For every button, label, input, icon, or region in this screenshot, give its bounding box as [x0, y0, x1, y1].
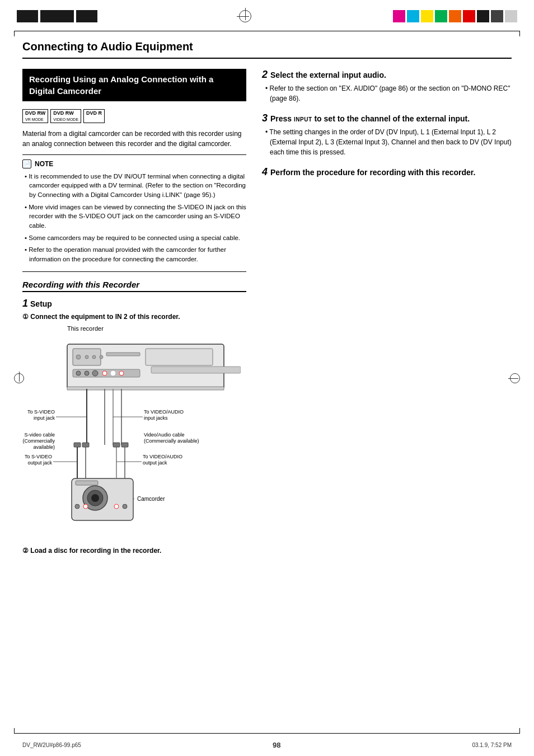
- section-heading: Recording Using an Analog Connection wit…: [22, 69, 246, 101]
- color-bar-black: [477, 10, 489, 22]
- svg-point-13: [102, 371, 107, 375]
- svg-text:(Commercially available): (Commercially available): [144, 438, 199, 444]
- color-bar-darkgray: [491, 10, 503, 22]
- main-content: Connecting to Audio Equipment Recording …: [22, 40, 512, 728]
- note-item-1: It is recommended to use the DV IN/OUT t…: [22, 172, 246, 200]
- intro-text: Material from a digital camcorder can be…: [22, 129, 246, 149]
- corner-bl: [14, 728, 20, 734]
- footer-filename: DV_RW2U#p86-99.p65: [22, 742, 81, 748]
- color-bar-yellow: [421, 10, 433, 22]
- crosshair-circle-icon: [239, 10, 251, 22]
- svg-text:output jack: output jack: [27, 460, 52, 466]
- svg-rect-48: [121, 443, 128, 447]
- svg-point-12: [92, 370, 98, 376]
- right-column: 2 Select the external input audio. Refer…: [262, 69, 512, 558]
- step3-bullet-1: The setting changes in the order of DV (…: [262, 127, 512, 157]
- svg-point-10: [76, 371, 81, 375]
- diagram-label-recorder: This recorder: [67, 325, 246, 332]
- connection-diagram: To S-VIDEO input jack To VIDEO/AUDIO inp…: [22, 333, 241, 540]
- svg-point-15: [119, 371, 124, 375]
- svg-text:Video/Audio cable: Video/Audio cable: [144, 432, 184, 438]
- corner-br: [514, 728, 520, 734]
- note-box: 📄 NOTE It is recommended to use the DV I…: [22, 154, 246, 272]
- step2-bullet-1: Refer to the section on "EX. AUDIO" (pag…: [262, 83, 512, 104]
- svg-text:To VIDEO/AUDIO: To VIDEO/AUDIO: [144, 409, 184, 415]
- svg-text:available): available): [33, 444, 55, 450]
- note-icon: 📄: [22, 159, 31, 168]
- svg-text:S-video cable: S-video cable: [24, 432, 55, 438]
- page-footer: DV_RW2U#p86-99.p65 98 03.1.9, 7:52 PM: [22, 741, 512, 749]
- registration-mark-3: [76, 10, 97, 22]
- svg-point-2: [76, 355, 81, 359]
- color-bar-lightgray: [505, 10, 517, 22]
- step1-sub1: ① Connect the equipment to IN 2 of this …: [22, 313, 246, 321]
- top-bar-left-marks: [17, 10, 97, 22]
- page-number: 98: [273, 741, 280, 749]
- note-item-2: More vivid images can be viewed by conne…: [22, 203, 246, 231]
- note-item-3: Some camcorders may be required to be co…: [22, 233, 246, 243]
- dvd-badge-rw-video: DVD RW VIDEO MODE: [50, 109, 81, 123]
- step3-heading: 3 Press INPUT to set to the channel of t…: [262, 112, 512, 124]
- svg-point-3: [85, 355, 88, 359]
- svg-point-35: [91, 494, 99, 502]
- diagram-container: This recorder: [22, 325, 246, 540]
- left-column: Recording Using an Analog Connection wit…: [22, 69, 246, 558]
- top-crosshair: [97, 10, 393, 22]
- step1-heading: 1 Setup: [22, 298, 246, 309]
- svg-text:output jack: output jack: [143, 460, 167, 466]
- svg-rect-8: [151, 367, 241, 373]
- color-bar-cyan: [407, 10, 419, 22]
- dvd-badges: DVD RW VR MODE DVD RW VIDEO MODE DVD R: [22, 109, 246, 123]
- color-bar-orange: [449, 10, 461, 22]
- svg-text:input jacks: input jacks: [144, 415, 168, 421]
- color-bar-magenta: [393, 10, 405, 22]
- svg-rect-7: [146, 349, 213, 365]
- svg-point-4: [92, 355, 96, 359]
- color-bar-green: [435, 10, 447, 22]
- page-title: Connecting to Audio Equipment: [22, 40, 512, 59]
- svg-point-38: [83, 504, 88, 509]
- corner-tl: [14, 31, 20, 36]
- step4-heading: 4 Perform the procedure for recording wi…: [262, 166, 512, 178]
- color-bar-red: [463, 10, 475, 22]
- registration-mark-2: [40, 10, 74, 22]
- dvd-badge-rw-vr: DVD RW VR MODE: [22, 109, 48, 123]
- note-item-4: Refer to the operation manual provided w…: [22, 245, 246, 264]
- page-border-top: [14, 31, 520, 31]
- svg-text:To S-VIDEO: To S-VIDEO: [25, 454, 52, 459]
- svg-point-39: [114, 504, 119, 509]
- step3-heading-text: Press INPUT to set to the channel of the…: [270, 114, 470, 123]
- dvd-badge-r: DVD R: [83, 109, 105, 123]
- footer-timestamp: 03.1.9, 7:52 PM: [472, 742, 512, 748]
- corner-tr: [514, 31, 520, 36]
- svg-rect-6: [106, 353, 140, 356]
- top-bar: [0, 10, 534, 22]
- svg-text:Camcorder: Camcorder: [137, 496, 165, 502]
- page-border-bottom: [14, 733, 520, 734]
- svg-rect-46: [82, 443, 89, 447]
- svg-point-5: [100, 355, 103, 359]
- step2-heading: 2 Select the external input audio.: [262, 69, 512, 81]
- step3: 3 Press INPUT to set to the channel of t…: [262, 112, 512, 157]
- svg-point-37: [75, 504, 79, 509]
- step4: 4 Perform the procedure for recording wi…: [262, 166, 512, 178]
- svg-rect-47: [113, 443, 120, 447]
- note-title: 📄 NOTE: [22, 159, 246, 168]
- svg-text:(Commercially: (Commercially: [22, 438, 55, 444]
- color-bars: [393, 10, 517, 22]
- svg-rect-36: [76, 481, 98, 485]
- svg-point-40: [123, 504, 127, 509]
- sub-section-heading: Recording with this Recorder: [22, 280, 246, 292]
- svg-text:To VIDEO/AUDIO: To VIDEO/AUDIO: [143, 454, 182, 459]
- step2: 2 Select the external input audio. Refer…: [262, 69, 512, 104]
- svg-text:To S-VIDEO: To S-VIDEO: [27, 409, 55, 415]
- svg-rect-45: [74, 443, 81, 447]
- registration-mark-1: [17, 10, 38, 22]
- svg-point-14: [111, 371, 115, 375]
- two-col-layout: Recording Using an Analog Connection wit…: [22, 69, 512, 558]
- svg-rect-16: [67, 387, 224, 390]
- svg-text:input jack: input jack: [34, 415, 55, 421]
- step1-sub2: ② Load a disc for recording in the recor…: [22, 547, 246, 555]
- svg-point-11: [85, 371, 89, 375]
